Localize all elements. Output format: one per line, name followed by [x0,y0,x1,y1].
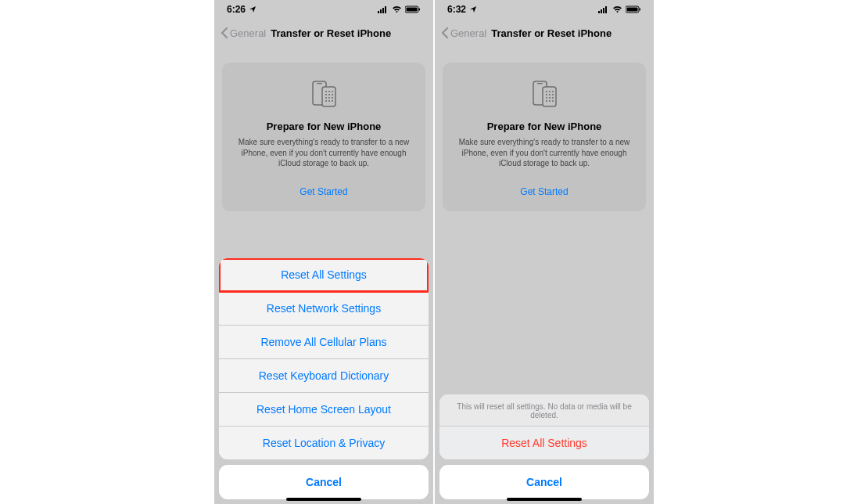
back-button[interactable]: General [441,27,486,39]
svg-rect-28 [640,9,641,11]
option-reset-all-settings[interactable]: Reset All Settings [219,258,429,292]
status-time: 6:26 [227,4,246,15]
cellular-icon [378,5,389,13]
action-sheet-description: This will reset all settings. No data or… [439,394,649,427]
svg-rect-9 [322,87,335,106]
option-reset-keyboard-dictionary[interactable]: Reset Keyboard Dictionary [219,359,429,393]
prepare-card: Prepare for New iPhone Make sure everyth… [222,63,425,211]
status-time: 6:32 [447,4,466,15]
svg-rect-0 [378,11,379,13]
svg-rect-3 [385,6,386,13]
card-description: Make sure everything's ready to transfer… [454,137,635,169]
battery-icon [405,5,421,13]
svg-rect-31 [543,87,556,106]
location-icon [469,5,477,13]
back-label: General [450,27,486,39]
card-description: Make sure everything's ready to transfer… [233,137,414,169]
svg-point-11 [328,91,330,92]
cancel-button[interactable]: Cancel [439,465,649,499]
chevron-left-icon [221,27,228,38]
svg-point-42 [549,100,551,102]
svg-point-12 [332,91,333,92]
svg-point-10 [325,91,327,92]
status-bar: 6:32 [435,0,654,19]
action-sheet-options: Reset All Settings Reset Network Setting… [219,258,429,459]
svg-point-34 [552,91,554,92]
status-indicators [378,5,421,13]
svg-rect-5 [407,8,418,12]
svg-point-37 [552,94,554,95]
get-started-link[interactable]: Get Started [454,183,635,200]
status-bar: 6:26 [214,0,433,19]
svg-rect-25 [605,6,607,13]
svg-point-36 [549,94,551,95]
phone-screenshot-left: 6:26 General Transfer or Reset iPhone [214,0,433,504]
back-label: General [230,27,266,39]
svg-point-33 [549,91,551,92]
phone-screenshot-right: 6:32 General Transfer or Reset iPhone [435,0,654,504]
nav-bar: General Transfer or Reset iPhone [435,19,654,47]
svg-point-15 [332,94,333,95]
chevron-left-icon [441,27,449,38]
page-title: Transfer or Reset iPhone [271,27,391,39]
svg-rect-30 [537,83,543,84]
page-title: Transfer or Reset iPhone [491,27,612,39]
phones-icon [307,77,341,114]
svg-point-20 [328,100,330,102]
option-reset-location-privacy[interactable]: Reset Location & Privacy [219,427,429,459]
phones-icon [527,77,561,114]
location-icon [249,5,256,13]
back-button[interactable]: General [221,27,266,39]
confirm-reset-all-settings[interactable]: Reset All Settings [439,427,649,459]
svg-point-18 [332,97,333,99]
svg-point-40 [552,97,554,99]
svg-point-43 [552,100,554,102]
svg-point-32 [546,91,547,92]
svg-rect-1 [380,9,382,13]
status-indicators [598,5,641,13]
option-reset-network-settings[interactable]: Reset Network Settings [219,292,429,326]
svg-point-16 [325,97,327,99]
svg-rect-8 [317,83,322,84]
option-remove-all-cellular-plans[interactable]: Remove All Cellular Plans [219,326,429,359]
home-indicator[interactable] [507,498,582,501]
get-started-link[interactable]: Get Started [233,183,414,200]
action-sheet: Reset All Settings Reset Network Setting… [214,258,433,504]
home-indicator[interactable] [286,498,361,501]
wifi-icon [612,5,622,13]
cancel-button[interactable]: Cancel [219,465,429,499]
svg-point-21 [332,100,333,102]
action-sheet-confirm-group: This will reset all settings. No data or… [439,394,649,459]
svg-point-39 [549,97,551,99]
option-reset-home-screen-layout[interactable]: Reset Home Screen Layout [219,393,429,427]
svg-rect-22 [598,11,600,13]
svg-point-17 [328,97,330,99]
svg-rect-24 [603,8,604,13]
svg-point-38 [546,97,547,99]
action-sheet: This will reset all settings. No data or… [435,394,654,504]
cellular-icon [598,5,609,13]
prepare-card: Prepare for New iPhone Make sure everyth… [443,63,646,211]
svg-rect-23 [601,9,602,13]
battery-icon [626,5,641,13]
svg-rect-27 [627,8,638,12]
svg-point-13 [325,94,327,95]
card-title: Prepare for New iPhone [454,121,635,132]
card-title: Prepare for New iPhone [233,121,414,132]
nav-bar: General Transfer or Reset iPhone [214,19,433,47]
svg-rect-6 [419,9,421,11]
svg-point-14 [328,94,330,95]
svg-rect-2 [382,8,384,13]
wifi-icon [392,5,402,13]
svg-point-35 [546,94,547,95]
svg-point-41 [546,100,547,102]
svg-point-19 [325,100,327,102]
